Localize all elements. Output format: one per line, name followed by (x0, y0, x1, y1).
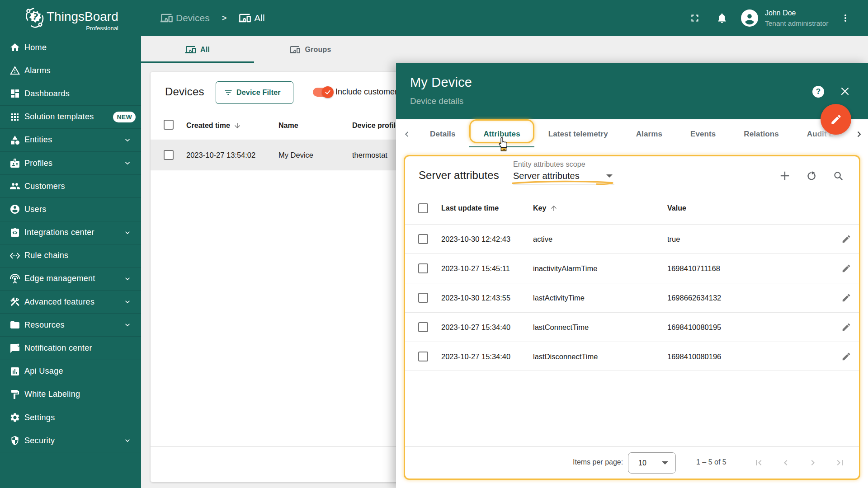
sidebar-item-profiles[interactable]: Profiles (0, 152, 141, 175)
attribute-row[interactable]: 2023-10-27 15:34:40 lastDisconnectTime 1… (405, 342, 859, 371)
previous-page-icon[interactable] (780, 457, 791, 468)
column-device-profile[interactable]: Device profile (352, 122, 400, 130)
tab-latest-telemetry[interactable]: Latest telemetry (534, 119, 622, 149)
panel-header: My Device Device details ? (396, 63, 868, 119)
sidebar-item-notification-center[interactable]: Notification center (0, 337, 141, 360)
column-key[interactable]: Key (533, 204, 558, 212)
chart-icon (9, 366, 20, 377)
notifications-button[interactable] (713, 9, 731, 27)
cell-key: lastActivityTime (533, 294, 585, 302)
attribute-row[interactable]: 2023-10-27 15:45:11 inactivityAlarmTime … (405, 253, 859, 283)
sidebar-item-users[interactable]: Users (0, 198, 141, 221)
sidebar-item-label: Alarms (24, 66, 51, 75)
new-badge: NEW (113, 112, 136, 122)
edit-fab[interactable] (821, 104, 851, 135)
brand-title: ThingsBoard (47, 9, 118, 24)
sidebar-item-integrations-center[interactable]: Integrations center (0, 221, 141, 244)
first-page-icon[interactable] (753, 457, 764, 468)
attribute-row[interactable]: 2023-10-30 12:42:43 active true (405, 224, 859, 253)
sidebar-item-edge-management[interactable]: Edge management (0, 267, 141, 291)
sidebar-item-rule-chains[interactable]: Rule chains (0, 244, 141, 267)
add-icon[interactable] (779, 170, 790, 181)
sidebar-item-label: Profiles (24, 159, 52, 168)
attributes-pagination: Items per page: 10 1 – 5 of 5 (405, 446, 859, 479)
sidebar-item-settings[interactable]: Settings (0, 406, 141, 429)
tab-relations[interactable]: Relations (730, 119, 793, 149)
search-icon[interactable] (833, 170, 844, 181)
sidebar-item-security[interactable]: Security (0, 429, 141, 452)
breadcrumb-devices[interactable]: Devices (160, 12, 210, 24)
column-last-update-time[interactable]: Last update time (441, 204, 499, 212)
edit-icon[interactable] (841, 234, 851, 244)
edit-icon[interactable] (841, 322, 851, 332)
edit-icon[interactable] (841, 352, 851, 361)
device-filter-button[interactable]: Device Filter (216, 81, 293, 104)
attribute-row[interactable]: 2023-10-27 15:34:40 lastConnectTime 1698… (405, 312, 859, 342)
column-created-time[interactable]: Created time (186, 122, 241, 130)
sidebar-item-label: Integrations center (24, 228, 94, 237)
sidebar-item-white-labeling[interactable]: White Labeling (0, 383, 141, 406)
row-checkbox[interactable] (164, 150, 174, 160)
question-mark-icon: ? (816, 87, 821, 96)
sidebar-item-advanced-features[interactable]: Advanced features (0, 291, 141, 314)
tab-all[interactable]: All (141, 36, 254, 63)
cell-key: inactivityAlarmTime (533, 264, 597, 273)
user-info[interactable]: John Doe Tenant administrator (765, 8, 828, 28)
sidebar-item-entities[interactable]: Entities (0, 129, 141, 152)
edit-icon[interactable] (841, 293, 851, 303)
row-checkbox[interactable] (418, 293, 428, 303)
sidebar-item-alarms[interactable]: Alarms (0, 59, 141, 82)
chat-unread-icon (9, 343, 20, 354)
sidebar-item-label: Security (24, 436, 55, 446)
sidebar-item-customers[interactable]: Customers (0, 175, 141, 198)
select-all-checkbox[interactable] (164, 120, 174, 130)
fullscreen-button[interactable] (686, 9, 704, 27)
edit-icon[interactable] (841, 263, 851, 273)
device-details-panel: My Device Device details ? Details Attri… (396, 63, 868, 488)
tab-details[interactable]: Details (416, 119, 469, 149)
row-checkbox[interactable] (418, 322, 428, 332)
refresh-icon[interactable] (806, 170, 817, 181)
sidebar-item-dashboards[interactable]: Dashboards (0, 82, 141, 105)
help-button[interactable]: ? (812, 86, 824, 98)
format-paint-icon (9, 389, 20, 400)
user-avatar[interactable] (741, 9, 758, 27)
column-name[interactable]: Name (278, 122, 298, 130)
sidebar-item-api-usage[interactable]: Api Usage (0, 360, 141, 383)
select-all-checkbox[interactable] (418, 203, 428, 213)
row-checkbox[interactable] (418, 234, 428, 244)
column-value[interactable]: Value (667, 204, 686, 212)
close-button[interactable] (840, 86, 851, 98)
bell-icon (716, 12, 728, 24)
include-customer-toggle[interactable]: Include customer (313, 87, 397, 97)
chevron-down-icon (123, 136, 132, 145)
sidebar-item-home[interactable]: Home (0, 36, 141, 59)
tab-alarms[interactable]: Alarms (622, 119, 676, 149)
next-page-icon[interactable] (807, 457, 818, 468)
row-checkbox[interactable] (418, 263, 428, 273)
sidebar-item-resources[interactable]: Resources (0, 314, 141, 337)
tab-events[interactable]: Events (676, 119, 730, 149)
tab-attributes[interactable]: Attributes (469, 119, 534, 149)
tab-groups[interactable]: Groups (254, 36, 367, 63)
user-role: Tenant administrator (765, 19, 828, 28)
attributes-scope-select[interactable]: Entity attributes scope Server attribute… (513, 160, 614, 184)
more-vert-icon (840, 13, 851, 23)
sidebar-item-solution-templates[interactable]: Solution templates NEW (0, 106, 141, 129)
sidebar-item-label: Edge management (24, 274, 95, 283)
filter-icon (224, 88, 233, 97)
devices-icon (290, 44, 301, 55)
thingsboard-logo[interactable]: ? ThingsBoard Professional (25, 7, 118, 32)
include-customer-label: Include customer (335, 87, 397, 97)
page-size-select[interactable]: 10 (628, 452, 676, 474)
row-checkbox[interactable] (418, 352, 428, 361)
dropdown-caret-icon (606, 174, 613, 178)
tabs-scroll-right-icon[interactable] (854, 129, 864, 140)
more-menu-button[interactable] (836, 9, 854, 27)
cell-time: 2023-10-27 15:45:11 (441, 264, 510, 273)
sidebar-item-label: Notification center (24, 343, 92, 353)
tabs-scroll-left-icon[interactable] (401, 129, 412, 140)
breadcrumb-all[interactable]: All (239, 12, 264, 24)
last-page-icon[interactable] (835, 457, 845, 468)
attribute-row[interactable]: 2023-10-30 12:43:55 lastActivityTime 169… (405, 283, 859, 312)
